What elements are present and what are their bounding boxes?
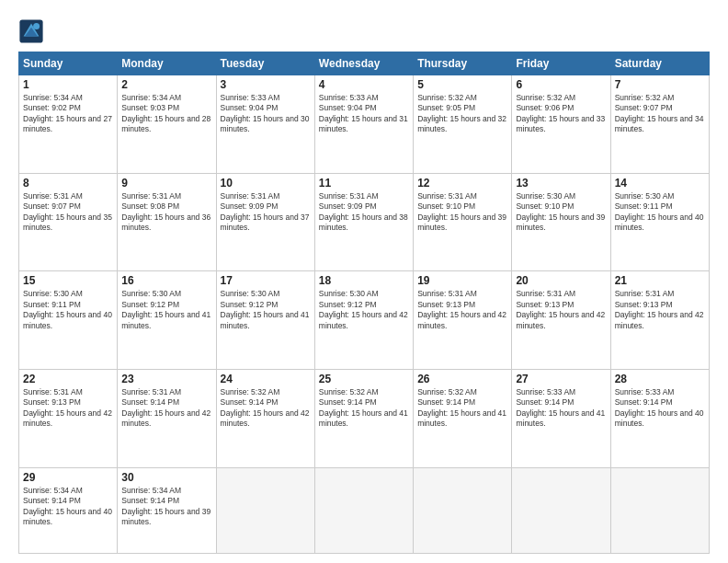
calendar-cell: 22Sunrise: 5:31 AMSunset: 9:13 PMDayligh…	[19, 369, 118, 467]
calendar-table: SundayMondayTuesdayWednesdayThursdayFrid…	[18, 52, 710, 554]
day-number: 20	[516, 274, 606, 287]
day-number: 21	[615, 274, 705, 287]
weekday-header-wednesday: Wednesday	[314, 52, 413, 75]
calendar-cell: 21Sunrise: 5:31 AMSunset: 9:13 PMDayligh…	[610, 271, 709, 370]
day-number: 1	[23, 78, 113, 91]
day-number: 12	[417, 177, 507, 190]
calendar-cell: 13Sunrise: 5:30 AMSunset: 9:10 PMDayligh…	[512, 173, 610, 271]
cell-info: Sunrise: 5:31 AMSunset: 9:14 PMDaylight:…	[121, 387, 211, 430]
cell-info: Sunrise: 5:30 AMSunset: 9:10 PMDaylight:…	[516, 191, 606, 234]
calendar-cell: 15Sunrise: 5:30 AMSunset: 9:11 PMDayligh…	[19, 271, 118, 370]
cell-info: Sunrise: 5:31 AMSunset: 9:07 PMDaylight:…	[23, 191, 113, 234]
calendar-cell: 28Sunrise: 5:33 AMSunset: 9:14 PMDayligh…	[610, 369, 709, 467]
calendar-cell	[314, 467, 413, 553]
day-number: 3	[221, 78, 311, 91]
day-number: 30	[121, 471, 211, 484]
cell-info: Sunrise: 5:32 AMSunset: 9:07 PMDaylight:…	[615, 93, 705, 135]
cell-info: Sunrise: 5:31 AMSunset: 9:13 PMDaylight:…	[417, 289, 507, 331]
day-number: 19	[417, 274, 507, 287]
day-number: 8	[23, 177, 113, 190]
weekday-header-saturday: Saturday	[610, 52, 709, 75]
page: SundayMondayTuesdayWednesdayThursdayFrid…	[0, 0, 728, 563]
calendar-cell: 1Sunrise: 5:34 AMSunset: 9:02 PMDaylight…	[19, 75, 118, 174]
day-number: 22	[23, 373, 113, 385]
cell-info: Sunrise: 5:34 AMSunset: 9:03 PMDaylight:…	[121, 93, 211, 135]
cell-info: Sunrise: 5:30 AMSunset: 9:12 PMDaylight:…	[121, 289, 211, 331]
calendar-cell: 8Sunrise: 5:31 AMSunset: 9:07 PMDaylight…	[19, 173, 118, 271]
calendar-cell: 4Sunrise: 5:33 AMSunset: 9:04 PMDaylight…	[314, 75, 413, 174]
calendar-cell: 14Sunrise: 5:30 AMSunset: 9:11 PMDayligh…	[610, 173, 709, 271]
header	[18, 18, 710, 44]
weekday-header-friday: Friday	[512, 52, 610, 75]
cell-info: Sunrise: 5:34 AMSunset: 9:14 PMDaylight:…	[121, 486, 211, 528]
cell-info: Sunrise: 5:31 AMSunset: 9:08 PMDaylight:…	[121, 191, 211, 234]
calendar-cell: 19Sunrise: 5:31 AMSunset: 9:13 PMDayligh…	[414, 271, 512, 370]
day-number: 2	[121, 78, 211, 91]
logo-icon	[18, 18, 44, 44]
day-number: 25	[319, 373, 409, 385]
calendar-cell: 9Sunrise: 5:31 AMSunset: 9:08 PMDaylight…	[118, 173, 216, 271]
weekday-header-sunday: Sunday	[19, 52, 118, 75]
cell-info: Sunrise: 5:33 AMSunset: 9:04 PMDaylight:…	[319, 93, 409, 135]
calendar-row-week-5: 29Sunrise: 5:34 AMSunset: 9:14 PMDayligh…	[19, 467, 710, 553]
day-number: 5	[417, 78, 507, 91]
day-number: 11	[319, 177, 409, 190]
cell-info: Sunrise: 5:32 AMSunset: 9:14 PMDaylight:…	[319, 387, 409, 430]
calendar-cell: 29Sunrise: 5:34 AMSunset: 9:14 PMDayligh…	[19, 467, 118, 553]
day-number: 27	[516, 373, 606, 385]
day-number: 4	[319, 78, 409, 91]
cell-info: Sunrise: 5:33 AMSunset: 9:14 PMDaylight:…	[615, 387, 705, 430]
logo	[18, 18, 48, 44]
weekday-header-monday: Monday	[118, 52, 216, 75]
calendar-cell: 30Sunrise: 5:34 AMSunset: 9:14 PMDayligh…	[118, 467, 216, 553]
calendar-row-week-1: 1Sunrise: 5:34 AMSunset: 9:02 PMDaylight…	[19, 75, 710, 174]
cell-info: Sunrise: 5:33 AMSunset: 9:14 PMDaylight:…	[516, 387, 606, 430]
day-number: 15	[23, 274, 113, 287]
day-number: 28	[615, 373, 705, 385]
cell-info: Sunrise: 5:30 AMSunset: 9:11 PMDaylight:…	[23, 289, 113, 331]
cell-info: Sunrise: 5:30 AMSunset: 9:12 PMDaylight:…	[319, 289, 409, 331]
day-number: 23	[121, 373, 211, 385]
cell-info: Sunrise: 5:34 AMSunset: 9:02 PMDaylight:…	[23, 93, 113, 135]
weekday-header-row: SundayMondayTuesdayWednesdayThursdayFrid…	[19, 52, 710, 75]
cell-info: Sunrise: 5:32 AMSunset: 9:05 PMDaylight:…	[417, 93, 507, 135]
day-number: 17	[221, 274, 311, 287]
calendar-cell	[216, 467, 314, 553]
calendar-cell: 5Sunrise: 5:32 AMSunset: 9:05 PMDaylight…	[414, 75, 512, 174]
weekday-header-thursday: Thursday	[414, 52, 512, 75]
day-number: 7	[615, 78, 705, 91]
calendar-cell	[512, 467, 610, 553]
calendar-row-week-4: 22Sunrise: 5:31 AMSunset: 9:13 PMDayligh…	[19, 369, 710, 467]
calendar-cell	[414, 467, 512, 553]
calendar-cell: 6Sunrise: 5:32 AMSunset: 9:06 PMDaylight…	[512, 75, 610, 174]
calendar-body: 1Sunrise: 5:34 AMSunset: 9:02 PMDaylight…	[19, 75, 710, 554]
day-number: 26	[417, 373, 507, 385]
calendar-cell: 18Sunrise: 5:30 AMSunset: 9:12 PMDayligh…	[314, 271, 413, 370]
cell-info: Sunrise: 5:31 AMSunset: 9:09 PMDaylight:…	[221, 191, 311, 234]
weekday-header-tuesday: Tuesday	[216, 52, 314, 75]
svg-point-3	[33, 23, 40, 29]
calendar-cell: 11Sunrise: 5:31 AMSunset: 9:09 PMDayligh…	[314, 173, 413, 271]
cell-info: Sunrise: 5:30 AMSunset: 9:12 PMDaylight:…	[221, 289, 311, 331]
cell-info: Sunrise: 5:34 AMSunset: 9:14 PMDaylight:…	[23, 486, 113, 528]
calendar-cell: 27Sunrise: 5:33 AMSunset: 9:14 PMDayligh…	[512, 369, 610, 467]
calendar-cell: 12Sunrise: 5:31 AMSunset: 9:10 PMDayligh…	[414, 173, 512, 271]
cell-info: Sunrise: 5:32 AMSunset: 9:14 PMDaylight:…	[417, 387, 507, 430]
day-number: 9	[121, 177, 211, 190]
cell-info: Sunrise: 5:31 AMSunset: 9:13 PMDaylight:…	[516, 289, 606, 331]
cell-info: Sunrise: 5:31 AMSunset: 9:10 PMDaylight:…	[417, 191, 507, 234]
cell-info: Sunrise: 5:32 AMSunset: 9:14 PMDaylight:…	[221, 387, 311, 430]
calendar-cell: 20Sunrise: 5:31 AMSunset: 9:13 PMDayligh…	[512, 271, 610, 370]
day-number: 13	[516, 177, 606, 190]
calendar-cell: 26Sunrise: 5:32 AMSunset: 9:14 PMDayligh…	[414, 369, 512, 467]
day-number: 24	[221, 373, 311, 385]
day-number: 29	[23, 471, 113, 484]
calendar-cell: 3Sunrise: 5:33 AMSunset: 9:04 PMDaylight…	[216, 75, 314, 174]
cell-info: Sunrise: 5:31 AMSunset: 9:09 PMDaylight:…	[319, 191, 409, 234]
cell-info: Sunrise: 5:32 AMSunset: 9:06 PMDaylight:…	[516, 93, 606, 135]
calendar-cell: 2Sunrise: 5:34 AMSunset: 9:03 PMDaylight…	[118, 75, 216, 174]
day-number: 14	[615, 177, 705, 190]
calendar-cell: 25Sunrise: 5:32 AMSunset: 9:14 PMDayligh…	[314, 369, 413, 467]
calendar-cell: 10Sunrise: 5:31 AMSunset: 9:09 PMDayligh…	[216, 173, 314, 271]
day-number: 6	[516, 78, 606, 91]
